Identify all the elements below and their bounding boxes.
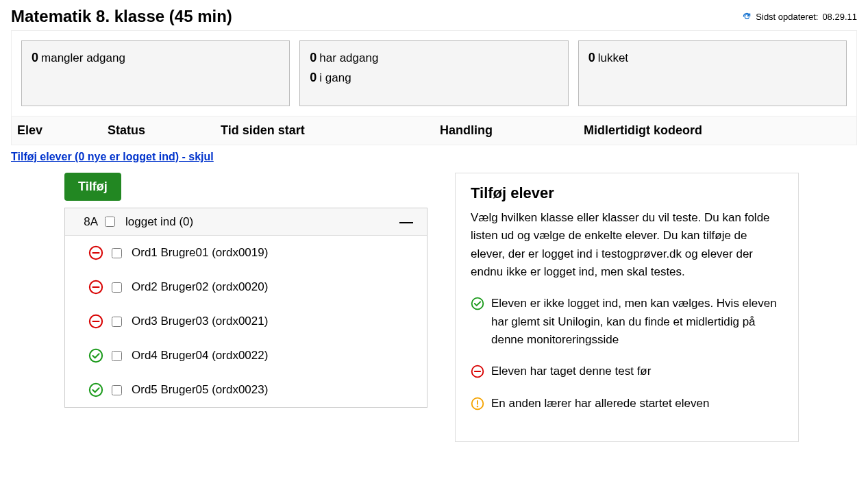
- help-title: Tilføj elever: [471, 184, 783, 202]
- help-panel: Tilføj elever Vælg hvilken klasse eller …: [455, 173, 799, 442]
- student-checkbox[interactable]: [112, 351, 122, 361]
- refresh-icon[interactable]: [742, 12, 752, 21]
- class-logged-in-label: logget ind (0): [125, 215, 395, 229]
- status-label: har adgang: [319, 51, 378, 64]
- class-row[interactable]: 8A logget ind (0) —: [65, 208, 427, 236]
- updated-time: 08.29.11: [822, 12, 857, 22]
- student-name: Ord5 Bruger05 (ordx0023): [132, 383, 268, 397]
- student-name: Ord2 Bruger02 (ordx0020): [132, 280, 268, 294]
- status-card: 0har adgang0i gang: [299, 40, 568, 106]
- col-handling: Handling: [434, 116, 578, 145]
- last-updated: Sidst opdateret: 08.29.11: [742, 12, 857, 22]
- class-name: 8A: [75, 215, 98, 229]
- help-intro: Vælg hvilken klasse eller klasser du vil…: [471, 209, 783, 281]
- legend-started: En anden lærer har allerede startet elev…: [471, 395, 783, 413]
- status-count: 0: [32, 51, 38, 64]
- student-row[interactable]: Ord1 Brugre01 (ordx0019): [65, 236, 427, 270]
- student-row[interactable]: Ord5 Bruger05 (ordx0023): [65, 373, 427, 407]
- check-circle-icon: [471, 297, 484, 310]
- status-count: 0: [310, 51, 317, 64]
- status-label: i gang: [319, 71, 351, 84]
- col-status: Status: [102, 116, 215, 145]
- add-button[interactable]: Tilføj: [64, 173, 121, 201]
- class-checkbox[interactable]: [105, 217, 115, 227]
- student-name: Ord1 Brugre01 (ordx0019): [132, 246, 268, 260]
- status-count: 0: [310, 71, 317, 84]
- status-label: mangler adgang: [41, 51, 125, 64]
- legend-started-text: En anden lærer har allerede startet elev…: [491, 395, 709, 413]
- info-circle-icon: [471, 397, 484, 410]
- add-students-link[interactable]: Tilføj elever (0 nye er logget ind) - sk…: [11, 151, 214, 162]
- col-tid: Tid siden start: [215, 116, 434, 145]
- page-title: Matematik 8. klasse (45 min): [11, 7, 232, 26]
- legend-ok: Eleven er ikke logget ind, men kan vælge…: [471, 295, 783, 349]
- status-count: 0: [588, 51, 595, 64]
- status-card: 0lukket: [578, 40, 847, 106]
- minus-circle-icon: [471, 365, 484, 378]
- check-circle-icon: [88, 348, 103, 363]
- student-row[interactable]: Ord2 Bruger02 (ordx0020): [65, 270, 427, 304]
- minus-circle-icon: [88, 245, 103, 260]
- col-elev: Elev: [12, 116, 102, 145]
- status-card: 0mangler adgang: [21, 40, 290, 106]
- student-checkbox[interactable]: [112, 317, 122, 327]
- student-name: Ord4 Bruger04 (ordx0022): [132, 349, 268, 363]
- check-circle-icon: [88, 382, 103, 397]
- updated-label: Sidst opdateret:: [756, 12, 818, 22]
- student-checkbox[interactable]: [112, 282, 122, 293]
- student-checkbox[interactable]: [112, 248, 122, 258]
- legend-taken: Eleven har taget denne test før: [471, 363, 783, 380]
- status-label: lukket: [598, 51, 628, 64]
- minus-circle-icon: [88, 314, 103, 329]
- student-row[interactable]: Ord4 Bruger04 (ordx0022): [65, 339, 427, 373]
- minus-circle-icon: [88, 280, 103, 295]
- student-checkbox[interactable]: [112, 385, 122, 395]
- legend-taken-text: Eleven har taget denne test før: [491, 363, 651, 380]
- legend-ok-text: Eleven er ikke logget ind, men kan vælge…: [491, 295, 783, 349]
- collapse-icon[interactable]: —: [395, 214, 417, 230]
- student-row[interactable]: Ord3 Bruger03 (ordx0021): [65, 304, 427, 339]
- col-kodeord: Midlertidigt kodeord: [578, 116, 856, 145]
- student-name: Ord3 Bruger03 (ordx0021): [132, 315, 268, 328]
